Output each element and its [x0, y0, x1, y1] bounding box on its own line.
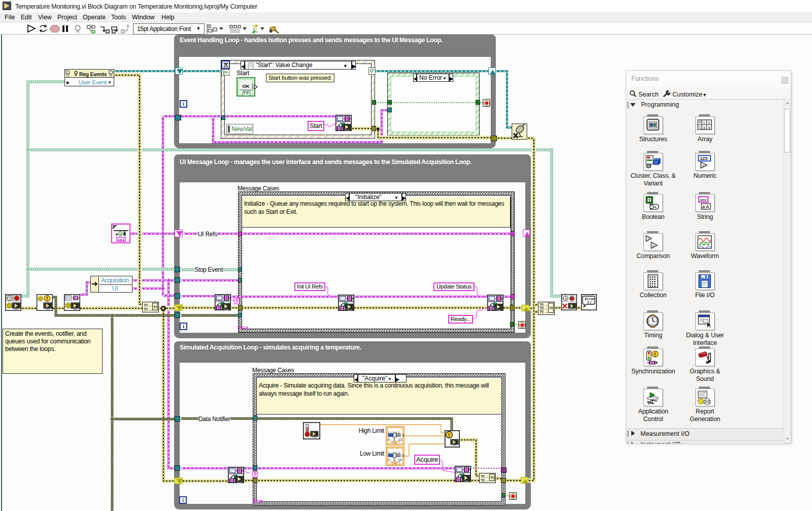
svg-text:≥: ≥	[652, 244, 654, 247]
svg-text:C: C	[699, 125, 701, 129]
svg-text:+: +	[702, 164, 704, 168]
svg-text:?: ?	[564, 297, 567, 301]
svg-text:DBL: DBL	[392, 462, 398, 465]
svg-text:2: 2	[708, 120, 710, 125]
svg-text:abc: abc	[700, 198, 707, 202]
svg-text:123: 123	[700, 156, 707, 161]
svg-text:5: 5	[393, 458, 395, 462]
svg-text:DBL: DBL	[392, 441, 398, 445]
svg-text:!: !	[654, 352, 656, 358]
svg-text:✱: ✱	[6, 301, 13, 310]
svg-text:10: 10	[398, 438, 402, 441]
svg-text:0: 0	[388, 458, 390, 462]
svg-text:!: !	[448, 432, 450, 438]
svg-text:A: A	[706, 204, 709, 209]
svg-text:5: 5	[393, 438, 395, 441]
svg-text:R: R	[699, 120, 701, 124]
svg-text:?!: ?!	[587, 300, 592, 305]
svg-text:10: 10	[398, 458, 402, 462]
svg-text:?: ?	[9, 296, 11, 301]
svg-text:?!: ?!	[109, 74, 113, 77]
svg-text:A: A	[654, 205, 657, 209]
svg-text:✱: ✱	[38, 295, 44, 303]
svg-text:✱: ✱	[65, 301, 72, 310]
svg-text:1: 1	[703, 120, 705, 125]
svg-text:✏: ✏	[702, 276, 704, 279]
svg-text:3: 3	[703, 125, 705, 130]
svg-text:0: 0	[388, 438, 390, 441]
svg-text:T: T	[648, 198, 651, 203]
svg-text:!: !	[46, 296, 48, 302]
svg-text:a: a	[702, 204, 705, 209]
svg-text:4: 4	[708, 125, 710, 130]
svg-text:?!: ?!	[66, 74, 70, 77]
svg-text:✓: ✓	[703, 391, 706, 395]
svg-text:@: @	[119, 233, 122, 236]
svg-text:=: =	[647, 237, 649, 240]
